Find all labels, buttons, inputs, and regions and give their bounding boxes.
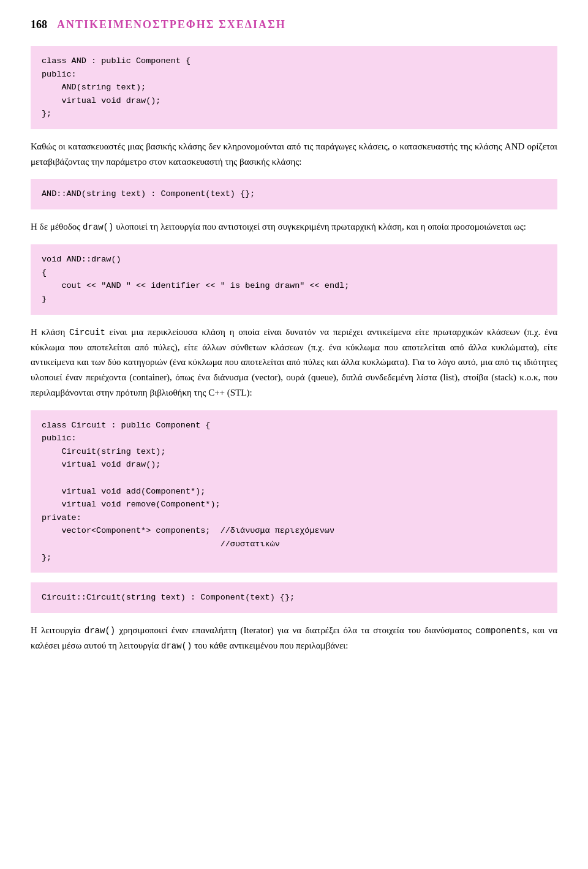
code-block-5: Circuit::Circuit(string text) : Componen…	[31, 582, 557, 613]
paragraph-1: Καθώς οι κατασκευαστές μιας βασικής κλάσ…	[31, 139, 557, 170]
code-block-2: AND::AND(string text) : Component(text) …	[31, 179, 557, 209]
page-title: ΑΝΤΙΚΕΙΜΕΝΟΣΤΡΕΦΗΣ ΣΧΕΔΙΑΣΗ	[57, 18, 286, 31]
page-number: 168	[31, 18, 47, 31]
code-block-4: class Circuit : public Component { publi…	[31, 410, 557, 573]
code-block-3: void AND::draw() { cout << "AND " << ide…	[31, 244, 557, 314]
paragraph-2: Η δε μέθοδος draw() υλοποιεί τη λειτουργ…	[31, 219, 557, 235]
paragraph-3: Η κλάση Circuit είναι μια περικλείουσα κ…	[31, 325, 557, 401]
paragraph-4: Η λειτουργία draw() χρησιμοποιεί έναν επ…	[31, 623, 557, 653]
code-block-1: class AND : public Component { public: A…	[31, 46, 557, 129]
page-header: 168 ΑΝΤΙΚΕΙΜΕΝΟΣΤΡΕΦΗΣ ΣΧΕΔΙΑΣΗ	[31, 18, 557, 31]
